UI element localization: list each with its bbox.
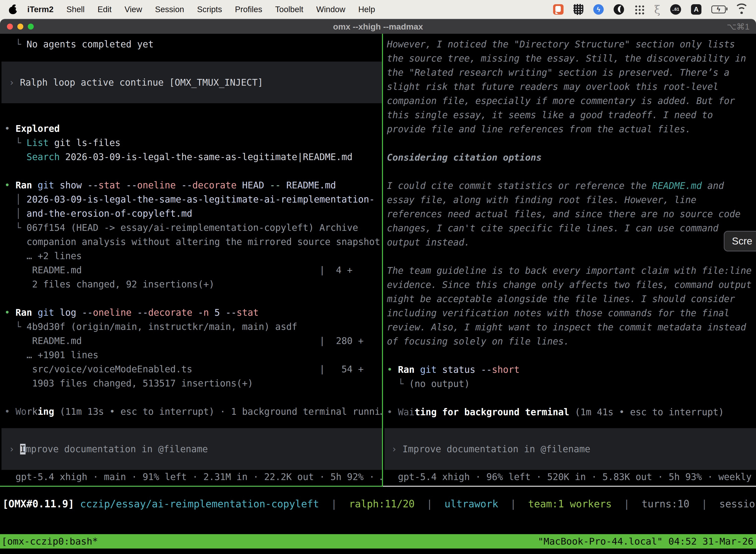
text-segment: │ [4, 194, 26, 205]
menu-item-toolbelt[interactable]: Toolbelt [275, 5, 303, 14]
text-segment: … +2 lines [4, 251, 82, 261]
pane-right-content[interactable]: However, I noticed the "Directory Struct… [383, 34, 756, 486]
menu-item-iterm2[interactable]: iTerm2 [27, 5, 54, 14]
macos-menu-bar: iTerm2ShellEditViewSessionScriptsProfile… [0, 0, 756, 19]
menu-item-help[interactable]: Help [358, 5, 375, 14]
text-segment: I [20, 444, 25, 454]
text-segment: companion file, especially if more comme… [387, 96, 735, 106]
terminal-line: However, I noticed the "Directory Struct… [387, 37, 756, 51]
terminal-line: └ 067f154 (HEAD -> essay/ai-reimplementa… [4, 221, 382, 235]
terminal-line: gpt-5.4 xhigh · main · 91% left · 2.31M … [4, 470, 382, 484]
text-segment: Wai [398, 407, 415, 418]
tmux-host-clock-label: "MacBook-Pro-44.local" 04:52 31-Mar-26 [538, 534, 754, 549]
wifi-icon[interactable] [736, 5, 748, 14]
menu-item-session[interactable]: Session [155, 5, 184, 14]
text-segment [4, 152, 26, 162]
input-source-icon[interactable]: A [691, 4, 701, 15]
terminal-line: • Ran git status --short [387, 363, 756, 377]
command-input[interactable]: › Ralph loop active continue [OMX_TMUX_I… [1, 62, 382, 103]
text-segment: stat [99, 180, 121, 190]
terminal-line: references need actual files, and since … [387, 207, 756, 221]
text-segment: -- [481, 365, 492, 375]
text-segment [32, 307, 38, 318]
text-segment: Search [26, 152, 60, 162]
dots-grid-icon[interactable] [634, 4, 644, 15]
terminal-line: provide file and line references from th… [387, 122, 756, 136]
text-segment: references need actual files, and since … [387, 209, 741, 219]
terminal-line: this single essay, it seems like a good … [387, 108, 756, 122]
terminal-line: src/voice/voiceModeEnabled.ts | 54 + [4, 362, 382, 376]
text-segment: decorate [192, 180, 236, 190]
screenshot-icon[interactable] [553, 4, 564, 15]
terminal-line: The team guideline is to back every impo… [387, 264, 756, 278]
terminal-line: might be acceptable alongside the file l… [387, 292, 756, 306]
app-badge-icon[interactable]: ϟ [593, 4, 604, 15]
text-segment: | [690, 498, 719, 510]
menu-item-window[interactable]: Window [316, 5, 345, 14]
spacer [4, 51, 382, 62]
percent-badge-icon[interactable]: ..61 [670, 4, 681, 15]
command-input[interactable]: › Improve documentation in @filename [1, 428, 382, 470]
text-segment: and-the-erosion-of-copyleft.md [26, 208, 192, 219]
text-segment: README.md [281, 180, 336, 190]
text-segment: Wo [16, 406, 27, 417]
terminal-line: └ List git ls-files [4, 136, 382, 150]
battery-icon[interactable] [711, 5, 726, 13]
text-segment: I could cite commit statistics or refere… [387, 180, 652, 191]
text-segment: ing [38, 406, 54, 417]
terminal-line: including verification notes with those … [387, 306, 756, 320]
text-segment: show [54, 180, 87, 190]
command-input[interactable]: › Improve documentation in @filename [384, 428, 756, 470]
menu-item-scripts[interactable]: Scripts [197, 5, 222, 14]
pane-left-content[interactable]: └ No agents completed yet› Ralph loop ac… [0, 34, 382, 486]
menu-item-edit[interactable]: Edit [98, 5, 112, 14]
text-segment: README.md | 280 + [4, 336, 364, 346]
text-segment: 5 [209, 307, 226, 318]
text-segment: 2 files changed, 92 insertions(+) [4, 279, 214, 290]
terminal-line: └ No agents completed yet [4, 37, 382, 51]
text-segment: README.md [652, 180, 702, 191]
terminal-area[interactable]: └ No agents completed yet› Ralph loop ac… [0, 34, 756, 554]
squiggle-icon[interactable]: ξ [654, 3, 660, 16]
text-segment: might be acceptable alongside the file l… [387, 294, 735, 304]
terminal-line: README.md | 280 + [4, 334, 382, 348]
menu-item-view[interactable]: View [125, 5, 142, 14]
crescent-icon[interactable] [614, 4, 624, 15]
text-segment: › [9, 77, 20, 88]
text-segment: -- [82, 307, 93, 318]
pane-bottom-border-right [383, 486, 756, 487]
spacer [387, 165, 756, 179]
apple-logo-icon[interactable] [9, 5, 17, 14]
terminal-line: output instead. [387, 235, 756, 250]
text-segment [121, 180, 126, 190]
menu-item-profiles[interactable]: Profiles [235, 5, 262, 14]
terminal-line: changes, I can't cite specific file line… [387, 221, 756, 235]
text-segment: └ [4, 137, 26, 148]
text-segment: List [26, 137, 49, 148]
window-shortcut-badge: ⌥⌘1 [727, 21, 756, 32]
terminal-line: • Explored [4, 122, 382, 136]
menu-item-shell[interactable]: Shell [66, 5, 84, 14]
text-segment: Improve documentation in @filename [402, 444, 590, 454]
text-segment [415, 365, 420, 375]
text-segment: 2026-03-09-is-legal-the-same-as-legitima… [26, 194, 375, 205]
text-segment: Ran [16, 180, 32, 190]
text-segment: git [38, 180, 54, 190]
text-segment: the source tree, missing the essay. Stil… [387, 53, 746, 64]
text-segment: (11m 13s • esc to interrupt) · 1 backgro… [54, 406, 382, 417]
terminal-line: Considering citation options [387, 151, 756, 165]
input-line: › Improve documentation in @filename [9, 442, 208, 456]
terminal-line: └ (no output) [387, 377, 756, 391]
text-segment: Explored [16, 123, 60, 134]
text-segment: slight risk that future readers may over… [387, 81, 718, 92]
text-segment: … +1901 lines [4, 350, 99, 361]
spacer [4, 419, 382, 428]
spacer [387, 136, 756, 151]
text-segment: (no output) [409, 379, 470, 389]
window-title-bar[interactable]: omx --xhigh --madmax ⌥⌘1 [0, 19, 756, 34]
text-segment: including verification notes with those … [387, 308, 730, 319]
omx-status-bar: [OMX#0.11.9] cczip/essay/ai-reimplementa… [2, 496, 756, 511]
text-segment: -- [126, 180, 137, 190]
keypad-icon[interactable] [573, 4, 583, 15]
text-segment: └ [4, 321, 26, 332]
